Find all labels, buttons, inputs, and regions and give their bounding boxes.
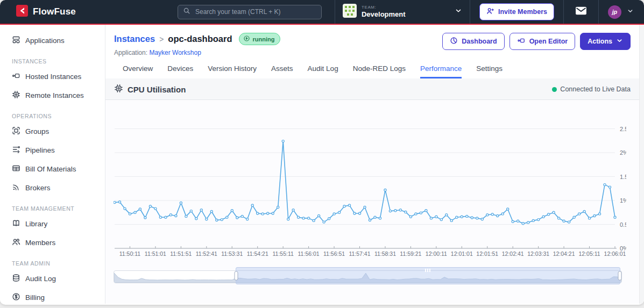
applications-icon xyxy=(12,35,20,46)
sidebar-section-team-management: TEAM MANAGEMENT xyxy=(0,197,105,214)
tab-devices[interactable]: Devices xyxy=(167,65,193,78)
play-circle-icon xyxy=(243,35,250,43)
remote-instances-icon xyxy=(12,90,20,101)
actions-button-label: Actions xyxy=(588,38,612,45)
svg-text:2.5%: 2.5% xyxy=(620,126,626,132)
svg-text:11:54:21: 11:54:21 xyxy=(247,250,268,257)
dashboard-button[interactable]: Dashboard xyxy=(442,33,504,50)
team-selector[interactable]: TEAM: Development xyxy=(335,0,470,24)
svg-text:12:01:51: 12:01:51 xyxy=(476,250,498,257)
application-row: Application: Mayker Workshop xyxy=(114,49,280,56)
dashboard-button-label: Dashboard xyxy=(462,38,497,45)
breadcrumb-instances-link[interactable]: Instances xyxy=(114,34,155,44)
chart-title: CPU Utilisation xyxy=(128,85,186,94)
main-inner: Instances > opc-dashboard running xyxy=(105,25,639,304)
tab-performance[interactable]: Performance xyxy=(420,65,462,78)
svg-text:11:57:41: 11:57:41 xyxy=(349,250,370,257)
minimap-selection[interactable] xyxy=(236,267,620,284)
sidebar-item-label: Remote Instances xyxy=(25,91,84,99)
status-badge-label: running xyxy=(253,36,275,42)
tab-assets[interactable]: Assets xyxy=(271,65,293,78)
svg-text:11:56:51: 11:56:51 xyxy=(323,250,345,257)
svg-text:1.5%: 1.5% xyxy=(620,174,626,180)
top-navbar: FlowFuse TEAM: Development xyxy=(0,0,644,25)
sidebar-item-hosted-instances[interactable]: Hosted Instances xyxy=(0,67,105,86)
team-label: TEAM: xyxy=(362,5,450,10)
sidebar-item-pipelines[interactable]: Pipelines xyxy=(0,141,105,160)
sidebar-item-bill-of-materials[interactable]: Bill Of Materials xyxy=(0,160,105,178)
breadcrumb: Instances > opc-dashboard running xyxy=(114,33,280,45)
sidebar-item-label: Pipelines xyxy=(25,146,55,154)
person-plus-icon xyxy=(486,7,494,17)
svg-text:12:04:21: 12:04:21 xyxy=(553,250,575,257)
svg-text:12:02:41: 12:02:41 xyxy=(502,250,524,257)
user-menu[interactable]: jp xyxy=(598,0,644,24)
sidebar-item-label: Groups xyxy=(25,127,49,135)
invite-members-wrap: Invite Members xyxy=(470,0,563,24)
hosted-instances-icon xyxy=(12,71,20,82)
billing-icon xyxy=(12,292,20,303)
sidebar-item-remote-instances[interactable]: Remote Instances xyxy=(0,86,105,105)
search-input[interactable] xyxy=(194,8,316,16)
chart-title-block: CPU Utilisation xyxy=(114,84,186,95)
cpu-utilisation-chart: 0%0.5%1%1.5%2%2.5%11:50:1111:51:0111:51:… xyxy=(114,102,626,259)
svg-text:0.5%: 0.5% xyxy=(620,221,626,228)
application-link[interactable]: Mayker Workshop xyxy=(149,49,201,56)
user-avatar: jp xyxy=(608,5,621,19)
sidebar-item-groups[interactable]: Groups xyxy=(0,122,105,141)
sidebar-item-members[interactable]: Members xyxy=(0,233,105,252)
svg-text:11:59:21: 11:59:21 xyxy=(400,250,421,257)
tab-overview[interactable]: Overview xyxy=(123,65,153,78)
sidebar-item-brokers[interactable]: Brokers xyxy=(0,178,105,197)
tab-audit-log[interactable]: Audit Log xyxy=(308,65,338,78)
mail-icon[interactable] xyxy=(575,6,587,18)
sidebar-item-label: Members xyxy=(25,239,55,247)
invite-members-button[interactable]: Invite Members xyxy=(479,3,554,20)
sidebar-item-label: Bill Of Materials xyxy=(25,165,76,173)
team-text: TEAM: Development xyxy=(362,5,450,19)
pie-chart-icon xyxy=(450,37,458,46)
svg-text:12:01:01: 12:01:01 xyxy=(451,250,473,257)
drag-grip-icon[interactable] xyxy=(425,269,430,272)
flowfuse-logo-icon xyxy=(16,5,28,19)
minimap-right-handle[interactable] xyxy=(618,271,622,281)
content-row: ApplicationsINSTANCESHosted InstancesRem… xyxy=(0,25,644,304)
svg-text:11:58:31: 11:58:31 xyxy=(374,250,396,257)
header-buttons: Dashboard Open Editor Actions xyxy=(442,33,633,50)
pipelines-icon xyxy=(12,145,20,155)
members-icon xyxy=(12,238,20,248)
sidebar-item-billing[interactable]: Billing xyxy=(0,288,105,305)
svg-text:1%: 1% xyxy=(620,197,626,204)
status-badge: running xyxy=(239,33,281,45)
main-panel: Instances > opc-dashboard running xyxy=(105,25,644,304)
sidebar-item-audit-log[interactable]: Audit Log xyxy=(0,269,105,288)
actions-button[interactable]: Actions xyxy=(580,33,631,50)
sidebar-item-library[interactable]: Library xyxy=(0,214,105,233)
chart-header: CPU Utilisation Connected to Live Data xyxy=(105,78,639,99)
sidebar-item-applications[interactable]: Applications xyxy=(0,31,105,50)
svg-text:12:00:11: 12:00:11 xyxy=(426,250,447,257)
minimap-left-handle[interactable] xyxy=(234,271,238,281)
search-icon xyxy=(183,7,190,17)
chart-card: 0%0.5%1%1.5%2%2.5%11:50:1111:51:0111:51:… xyxy=(105,99,639,304)
breadcrumb-separator: > xyxy=(159,35,164,44)
flowfuse-logo[interactable]: FlowFuse xyxy=(0,5,76,19)
sidebar-item-label: Library xyxy=(25,220,47,228)
vertical-scrollbar[interactable] xyxy=(639,25,644,304)
page-title: opc-dashboard xyxy=(168,34,232,44)
svg-text:11:51:01: 11:51:01 xyxy=(145,250,166,257)
team-search-box[interactable] xyxy=(178,5,322,19)
svg-text:12:03:31: 12:03:31 xyxy=(527,250,549,257)
breadcrumb-block: Instances > opc-dashboard running xyxy=(114,33,280,56)
team-avatar xyxy=(343,4,357,20)
tab-node-red-logs[interactable]: Node-RED Logs xyxy=(353,65,406,78)
svg-text:12:05:11: 12:05:11 xyxy=(579,250,600,257)
tab-version-history[interactable]: Version History xyxy=(208,65,257,78)
svg-text:2%: 2% xyxy=(620,149,626,156)
team-name: Development xyxy=(362,10,450,19)
logo-text: FlowFuse xyxy=(33,6,76,17)
tab-settings[interactable]: Settings xyxy=(476,65,503,78)
navbar-right: TEAM: Development Invite Members xyxy=(335,0,644,24)
chevron-down-icon xyxy=(455,7,462,17)
open-editor-button[interactable]: Open Editor xyxy=(509,33,576,50)
